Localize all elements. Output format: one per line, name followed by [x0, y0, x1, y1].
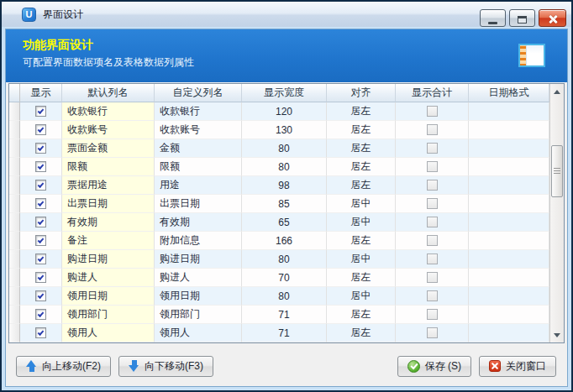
- show-checkbox[interactable]: [35, 124, 46, 135]
- cell-date-format[interactable]: [469, 306, 549, 324]
- move-down-button[interactable]: 向下移动(F3): [118, 356, 213, 377]
- cell-width[interactable]: 71: [242, 324, 327, 342]
- show-total-checkbox[interactable]: [427, 161, 438, 172]
- scroll-up-button[interactable]: [550, 85, 564, 98]
- cell-width[interactable]: 80: [242, 287, 327, 306]
- cell-width[interactable]: 166: [242, 232, 327, 250]
- cell-custom-name[interactable]: 领用日期: [155, 287, 242, 306]
- show-checkbox[interactable]: [35, 217, 46, 227]
- table-row[interactable]: 票面金额金额80居左: [9, 139, 549, 158]
- cell-width[interactable]: 65: [242, 213, 327, 232]
- show-total-checkbox[interactable]: [427, 272, 438, 283]
- table-row[interactable]: 领用人领用人71居左: [9, 324, 549, 342]
- table-row[interactable]: 领用部门领用部门71居左: [9, 306, 549, 324]
- show-total-checkbox[interactable]: [427, 124, 438, 135]
- cell-width[interactable]: 80: [242, 158, 327, 176]
- cell-date-format[interactable]: [469, 324, 549, 342]
- show-checkbox[interactable]: [35, 290, 46, 301]
- cell-custom-name[interactable]: 收款银行: [155, 102, 242, 121]
- cell-date-format[interactable]: [469, 121, 549, 139]
- cell-align[interactable]: 居左: [327, 121, 396, 139]
- show-checkbox[interactable]: [35, 235, 46, 246]
- cell-align[interactable]: 居中: [327, 287, 396, 306]
- show-total-checkbox[interactable]: [427, 309, 438, 320]
- cell-date-format[interactable]: [469, 139, 549, 158]
- show-checkbox[interactable]: [35, 327, 46, 338]
- cell-custom-name[interactable]: 出票日期: [155, 195, 242, 213]
- show-total-checkbox[interactable]: [427, 235, 438, 246]
- cell-width[interactable]: 80: [242, 139, 327, 158]
- table-row[interactable]: 备注附加信息166居左: [9, 232, 549, 250]
- cell-width[interactable]: 120: [242, 102, 327, 121]
- cell-width[interactable]: 98: [242, 176, 327, 195]
- cell-align[interactable]: 居左: [327, 176, 396, 195]
- cell-width[interactable]: 70: [242, 269, 327, 287]
- minimize-button[interactable]: [480, 9, 506, 27]
- table-row[interactable]: 有效期有效期65居中: [9, 213, 549, 232]
- show-total-checkbox[interactable]: [427, 290, 438, 301]
- cell-align[interactable]: 居中: [327, 250, 396, 269]
- cell-align[interactable]: 居左: [327, 269, 396, 287]
- show-total-checkbox[interactable]: [427, 217, 438, 227]
- titlebar[interactable]: U 界面设计: [2, 2, 571, 27]
- cell-width[interactable]: 71: [242, 306, 327, 324]
- table-row[interactable]: 票据用途用途98居左: [9, 176, 549, 195]
- cell-custom-name[interactable]: 领用部门: [155, 306, 242, 324]
- cell-custom-name[interactable]: 购进日期: [155, 250, 242, 269]
- show-checkbox[interactable]: [35, 143, 46, 154]
- cell-width[interactable]: 80: [242, 250, 327, 269]
- cell-date-format[interactable]: [469, 158, 549, 176]
- cell-custom-name[interactable]: 附加信息: [155, 232, 242, 250]
- move-up-button[interactable]: 向上移动(F2): [16, 356, 111, 377]
- cell-width[interactable]: 85: [242, 195, 327, 213]
- show-checkbox[interactable]: [35, 106, 46, 117]
- cell-custom-name[interactable]: 有效期: [155, 213, 242, 232]
- cell-align[interactable]: 居左: [327, 139, 396, 158]
- show-checkbox[interactable]: [35, 180, 46, 191]
- cell-custom-name[interactable]: 领用人: [155, 324, 242, 342]
- table-row[interactable]: 限额限额80居左: [9, 158, 549, 176]
- scroll-down-button[interactable]: [550, 328, 564, 342]
- cell-date-format[interactable]: [469, 287, 549, 306]
- scrollbar-thumb[interactable]: [551, 145, 563, 197]
- show-checkbox[interactable]: [35, 198, 46, 209]
- cell-date-format[interactable]: [469, 269, 549, 287]
- cell-custom-name[interactable]: 收款账号: [155, 121, 242, 139]
- maximize-button[interactable]: [509, 9, 535, 27]
- close-button[interactable]: [539, 9, 566, 27]
- table-row[interactable]: 购进日期购进日期80居中: [9, 250, 549, 269]
- show-total-checkbox[interactable]: [427, 180, 438, 191]
- show-total-checkbox[interactable]: [427, 143, 438, 154]
- cell-date-format[interactable]: [469, 232, 549, 250]
- table-row[interactable]: 出票日期出票日期85居中: [9, 195, 549, 213]
- cell-date-format[interactable]: [469, 195, 549, 213]
- show-checkbox[interactable]: [35, 161, 46, 172]
- show-total-checkbox[interactable]: [427, 198, 438, 209]
- table-row[interactable]: 收款银行收款银行120居左: [9, 102, 549, 121]
- cell-date-format[interactable]: [469, 213, 549, 232]
- cell-custom-name[interactable]: 购进人: [155, 269, 242, 287]
- cell-custom-name[interactable]: 金额: [155, 139, 242, 158]
- close-window-button[interactable]: 关闭窗口: [479, 356, 556, 377]
- cell-align[interactable]: 居左: [327, 306, 396, 324]
- cell-custom-name[interactable]: 限额: [155, 158, 242, 176]
- cell-align[interactable]: 居左: [327, 158, 396, 176]
- table-row[interactable]: 购进人购进人70居左: [9, 269, 549, 287]
- show-total-checkbox[interactable]: [427, 106, 438, 117]
- cell-align[interactable]: 居中: [327, 195, 396, 213]
- show-total-checkbox[interactable]: [427, 327, 438, 338]
- cell-align[interactable]: 居中: [327, 213, 396, 232]
- cell-align[interactable]: 居左: [327, 324, 396, 342]
- show-total-checkbox[interactable]: [427, 253, 438, 264]
- cell-date-format[interactable]: [469, 102, 549, 121]
- cell-align[interactable]: 居左: [327, 232, 396, 250]
- show-checkbox[interactable]: [35, 272, 46, 283]
- vertical-scrollbar[interactable]: [549, 84, 564, 342]
- cell-date-format[interactable]: [469, 250, 549, 269]
- table-row[interactable]: 收款账号收款账号130居左: [9, 121, 549, 139]
- cell-align[interactable]: 居左: [327, 102, 396, 121]
- cell-width[interactable]: 130: [242, 121, 327, 139]
- save-button[interactable]: 保存 (S): [397, 356, 471, 377]
- cell-custom-name[interactable]: 用途: [155, 176, 242, 195]
- show-checkbox[interactable]: [35, 309, 46, 320]
